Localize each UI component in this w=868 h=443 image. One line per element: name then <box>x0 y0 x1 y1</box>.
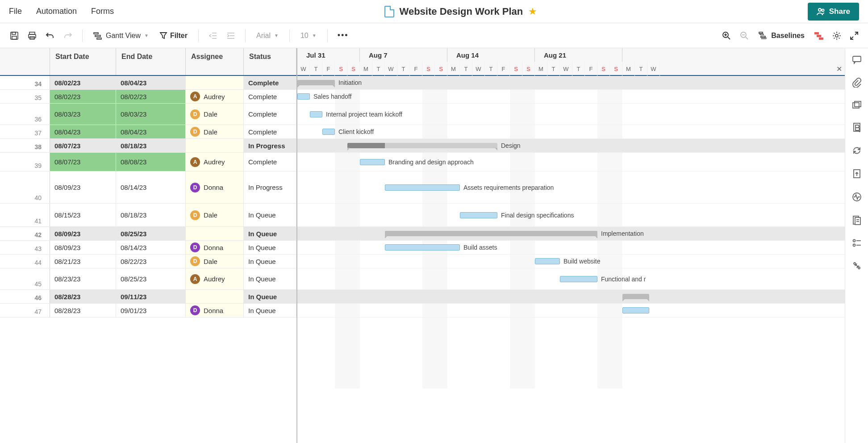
star-icon[interactable]: ★ <box>528 6 537 17</box>
cell-start-date[interactable]: 08/21/23 <box>50 255 116 268</box>
col-end-date[interactable]: End Date <box>116 48 186 75</box>
gantt-row[interactable] <box>297 304 845 318</box>
gantt-row[interactable]: Initiation <box>297 76 845 90</box>
cell-status[interactable]: Complete <box>244 104 296 125</box>
gantt-bar[interactable] <box>385 231 597 236</box>
table-row[interactable]: 36 08/03/23 08/03/23 DDale Complete <box>0 104 296 125</box>
cell-start-date[interactable]: 08/23/23 <box>50 268 116 289</box>
table-row[interactable]: 46 08/28/23 09/11/23 In Queue <box>0 290 296 304</box>
table-row[interactable]: 40 08/09/23 08/14/23 DDonna In Progress <box>0 171 296 204</box>
table-row[interactable]: 38 08/07/23 08/18/23 In Progress <box>0 139 296 153</box>
cell-assignee[interactable] <box>186 76 244 89</box>
gantt-bar[interactable] <box>460 212 497 218</box>
cell-status[interactable]: Complete <box>244 90 296 103</box>
gantt-row[interactable] <box>297 290 845 304</box>
gantt-row[interactable]: Branding and design approach <box>297 153 845 171</box>
activity-button[interactable] <box>850 190 864 204</box>
gantt-row[interactable]: Sales handoff <box>297 90 845 104</box>
table-row[interactable]: 39 08/07/23 08/08/23 AAudrey Complete <box>0 153 296 171</box>
gantt-bar[interactable] <box>622 307 649 313</box>
cell-end-date[interactable]: 09/11/23 <box>116 290 186 303</box>
gantt-row[interactable]: Final design specifications <box>297 204 845 227</box>
proofs-button[interactable] <box>850 99 864 111</box>
cell-end-date[interactable]: 08/22/23 <box>116 255 186 268</box>
cell-end-date[interactable]: 08/02/23 <box>116 90 186 103</box>
cell-start-date[interactable]: 08/03/23 <box>50 104 116 125</box>
cell-end-date[interactable]: 09/01/23 <box>116 304 186 317</box>
cell-assignee[interactable]: DDale <box>186 104 244 125</box>
cell-end-date[interactable]: 08/04/23 <box>116 76 186 89</box>
cell-status[interactable]: In Queue <box>244 304 296 317</box>
cell-end-date[interactable]: 08/25/23 <box>116 227 186 240</box>
comments-button[interactable] <box>850 54 864 66</box>
table-row[interactable]: 34 08/02/23 08/04/23 Complete <box>0 76 296 90</box>
cell-assignee[interactable]: DDonna <box>186 304 244 317</box>
cell-assignee[interactable]: AAudrey <box>186 268 244 289</box>
cell-start-date[interactable]: 08/09/23 <box>50 227 116 240</box>
font-selector[interactable]: Arial ▼ <box>252 29 283 42</box>
gantt-bar[interactable] <box>360 159 385 165</box>
gantt-bar[interactable] <box>310 111 322 117</box>
gantt-bar[interactable] <box>622 294 649 299</box>
connections-button[interactable] <box>850 259 864 272</box>
cell-assignee[interactable] <box>186 227 244 240</box>
cell-start-date[interactable]: 08/04/23 <box>50 125 116 138</box>
resource-button[interactable] <box>850 237 864 249</box>
gantt-bar[interactable] <box>347 143 497 148</box>
table-row[interactable]: 35 08/02/23 08/02/23 AAudrey Complete <box>0 90 296 104</box>
col-assignee[interactable]: Assignee <box>186 48 244 75</box>
font-size-selector[interactable]: 10 ▼ <box>296 29 321 42</box>
table-row[interactable]: 47 08/28/23 09/01/23 DDonna In Queue <box>0 304 296 318</box>
gantt-row[interactable]: Client kickoff <box>297 125 845 139</box>
cell-assignee[interactable]: DDale <box>186 255 244 268</box>
undo-button[interactable] <box>42 28 58 44</box>
indent-button[interactable] <box>223 29 239 43</box>
cell-status[interactable]: Complete <box>244 153 296 171</box>
brandfolder-button[interactable] <box>851 121 863 134</box>
gantt-bar[interactable] <box>322 129 335 135</box>
cell-end-date[interactable]: 08/04/23 <box>116 125 186 138</box>
gantt-row[interactable]: Internal project team kickoff <box>297 104 845 125</box>
cell-start-date[interactable]: 08/09/23 <box>50 171 116 203</box>
cell-status[interactable]: In Queue <box>244 204 296 226</box>
cell-assignee[interactable] <box>186 139 244 152</box>
gantt-row[interactable]: Functional and r <box>297 268 845 290</box>
menu-automation[interactable]: Automation <box>36 7 77 16</box>
gantt-bar[interactable] <box>535 258 560 264</box>
gantt-bar[interactable] <box>385 244 460 251</box>
col-start-date[interactable]: Start Date <box>50 48 116 75</box>
expand-button[interactable] <box>847 28 862 43</box>
cell-assignee[interactable]: DDonna <box>186 241 244 254</box>
gantt-row[interactable]: Build website <box>297 255 845 268</box>
cell-start-date[interactable]: 08/15/23 <box>50 204 116 226</box>
baselines-button[interactable]: Baselines <box>754 29 809 42</box>
gantt-bar[interactable] <box>560 276 597 282</box>
cell-status[interactable]: In Queue <box>244 268 296 289</box>
table-row[interactable]: 37 08/04/23 08/04/23 DDale Complete <box>0 125 296 139</box>
table-row[interactable]: 43 08/09/23 08/14/23 DDonna In Queue <box>0 241 296 255</box>
table-row[interactable]: 45 08/23/23 08/25/23 AAudrey In Queue <box>0 268 296 290</box>
menu-forms[interactable]: Forms <box>91 7 114 16</box>
cell-start-date[interactable]: 08/02/23 <box>50 76 116 89</box>
share-button[interactable]: Share <box>808 3 859 21</box>
gantt-row[interactable]: Implementation <box>297 227 845 241</box>
cell-assignee[interactable] <box>186 290 244 303</box>
critical-path-button[interactable] <box>811 28 827 43</box>
outdent-button[interactable] <box>205 29 221 43</box>
cell-status[interactable]: Complete <box>244 125 296 138</box>
cell-status[interactable]: In Queue <box>244 241 296 254</box>
cell-assignee[interactable]: DDale <box>186 125 244 138</box>
cell-assignee[interactable]: AAudrey <box>186 153 244 171</box>
table-row[interactable]: 41 08/15/23 08/18/23 DDale In Queue <box>0 204 296 227</box>
table-row[interactable]: 42 08/09/23 08/25/23 In Queue <box>0 227 296 241</box>
view-selector[interactable]: Gantt View ▼ <box>89 29 153 42</box>
cell-start-date[interactable]: 08/07/23 <box>50 153 116 171</box>
filter-button[interactable]: Filter <box>155 29 192 42</box>
more-button[interactable]: ••• <box>334 27 352 44</box>
settings-button[interactable] <box>829 28 845 44</box>
gantt-bar[interactable] <box>385 184 460 191</box>
cell-status[interactable]: In Queue <box>244 290 296 303</box>
publish-button[interactable] <box>851 167 863 180</box>
zoom-out-button[interactable] <box>736 28 752 44</box>
cell-assignee[interactable]: AAudrey <box>186 90 244 103</box>
